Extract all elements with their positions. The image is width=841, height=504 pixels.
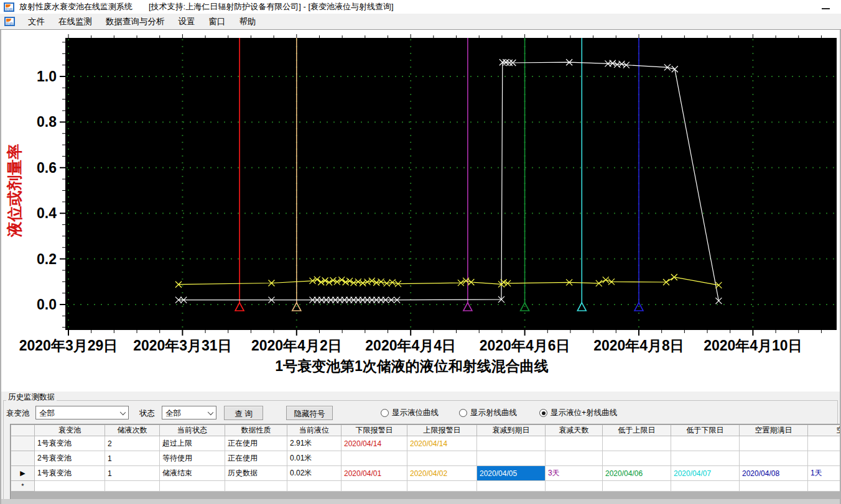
table-cell[interactable]: 2020/04/14 [407, 436, 477, 451]
table-cell[interactable] [808, 436, 840, 451]
column-header-5[interactable]: 下限报警日 [342, 425, 407, 436]
table-cell[interactable]: 2020/04/06 [603, 466, 671, 481]
hide-symbols-button[interactable]: 隐藏符号 [286, 406, 333, 420]
table-cell[interactable]: 2 [105, 436, 160, 451]
current-row-indicator[interactable]: ▶ [11, 466, 35, 481]
row-selector[interactable] [11, 451, 35, 466]
table-cell[interactable] [603, 451, 671, 466]
svg-text:2020年4月10日: 2020年4月10日 [704, 337, 802, 354]
selected-cell[interactable]: 2020/04/05 [477, 466, 546, 481]
table-cell[interactable]: 0.02米 [287, 466, 342, 481]
column-header-1[interactable]: 储液次数 [105, 425, 160, 436]
svg-text:0.2: 0.2 [37, 251, 57, 267]
table-cell[interactable]: 2.91米 [287, 436, 342, 451]
table-cell[interactable]: 2020/04/02 [407, 466, 477, 481]
status-filter-value: 全部 [165, 409, 181, 418]
table-cell[interactable]: 2020/04/08 [740, 466, 808, 481]
column-header-12[interactable]: 空置天数 [808, 425, 840, 436]
table-cell[interactable] [160, 481, 225, 492]
menu-item-1[interactable]: 在线监测 [52, 17, 99, 26]
query-button[interactable]: 查 询 [224, 406, 263, 420]
table-cell[interactable] [342, 451, 407, 466]
new-row-indicator[interactable]: * [11, 481, 35, 492]
table-cell[interactable] [603, 481, 671, 492]
app-logo-icon [4, 2, 14, 12]
table-cell[interactable] [603, 436, 671, 451]
menu-item-5[interactable]: 帮助 [233, 17, 263, 26]
radio-curve-mode-1[interactable]: 显示射线曲线 [459, 408, 517, 418]
table-cell[interactable]: 1 [105, 466, 160, 481]
table-cell[interactable]: 储液结束 [160, 466, 225, 481]
table-cell[interactable]: 等待使用 [160, 451, 225, 466]
table-cell[interactable] [808, 451, 840, 466]
table-cell[interactable]: 2020/04/07 [671, 466, 740, 481]
y-axis-label: 液位或剂量率 [6, 144, 23, 238]
pool-filter-select[interactable]: 全部 [35, 406, 129, 419]
column-header-6[interactable]: 上限报警日 [407, 425, 477, 436]
table-cell[interactable] [407, 451, 477, 466]
table-cell[interactable] [477, 451, 546, 466]
window-bottom-border [1, 499, 840, 504]
table-cell[interactable] [546, 436, 603, 451]
table-cell[interactable] [740, 436, 808, 451]
column-header-4[interactable]: 当前液位 [287, 425, 342, 436]
table-cell[interactable] [105, 481, 160, 492]
column-header-11[interactable]: 空置期满日 [740, 425, 808, 436]
table-cell[interactable] [671, 436, 740, 451]
table-cell[interactable]: 3天 [546, 466, 603, 481]
minimize-icon[interactable] [822, 3, 830, 9]
column-header-2[interactable]: 当前状态 [160, 425, 225, 436]
table-cell[interactable] [342, 481, 407, 492]
column-header-7[interactable]: 衰减到期日 [477, 425, 546, 436]
radio-label: 显示液位+射线曲线 [551, 408, 617, 418]
svg-text:2020年4月4日: 2020年4月4日 [365, 337, 456, 354]
table-cell[interactable] [477, 436, 546, 451]
table-cell[interactable]: 1号衰变池 [35, 466, 105, 481]
table-cell[interactable]: 2020/04/01 [342, 466, 407, 481]
column-header-10[interactable]: 低于下限日 [671, 425, 740, 436]
table-cell[interactable] [225, 481, 287, 492]
plot-area [65, 38, 837, 330]
table-cell[interactable] [671, 481, 740, 492]
table-cell[interactable]: 0.01米 [287, 451, 342, 466]
row-selector-header [11, 425, 35, 436]
column-header-3[interactable]: 数据性质 [225, 425, 287, 436]
table-cell[interactable] [287, 481, 342, 492]
table-cell[interactable]: 正在使用 [225, 451, 287, 466]
table-cell[interactable]: 1号衰变池 [35, 436, 105, 451]
table-cell[interactable]: 正在使用 [225, 436, 287, 451]
pool-filter-value: 全部 [39, 409, 55, 418]
radio-curve-mode-0[interactable]: 显示液位曲线 [381, 408, 439, 418]
table-cell[interactable]: 超过上限 [160, 436, 225, 451]
table-cell[interactable]: 1 [105, 451, 160, 466]
column-header-0[interactable]: 衰变池 [35, 425, 105, 436]
table-cell[interactable]: 2020/04/14 [342, 436, 407, 451]
table-row: ▶1号衰变池1储液结束历史数据0.02米2020/04/012020/04/02… [11, 466, 840, 481]
menu-item-3[interactable]: 设置 [172, 17, 202, 26]
table-cell[interactable] [740, 451, 808, 466]
radio-curve-mode-2[interactable]: 显示液位+射线曲线 [539, 408, 617, 418]
table-cell[interactable] [407, 481, 477, 492]
table-cell[interactable] [740, 481, 808, 492]
column-header-8[interactable]: 衰减天数 [546, 425, 603, 436]
menu-item-4[interactable]: 窗口 [202, 17, 233, 26]
table-cell[interactable]: 历史数据 [225, 466, 287, 481]
history-table: 衰变池储液次数当前状态数据性质当前液位下限报警日上限报警日衰减到期日衰减天数低于… [11, 424, 840, 492]
radio-label: 显示液位曲线 [392, 408, 439, 418]
menu-item-0[interactable]: 文件 [21, 17, 52, 26]
history-groupbox-title: 历史监测数据 [6, 392, 57, 403]
table-cell[interactable]: 1天 [808, 466, 840, 481]
table-cell[interactable] [546, 481, 603, 492]
row-selector[interactable] [11, 436, 35, 451]
radio-label: 显示射线曲线 [470, 408, 517, 418]
table-cell[interactable] [477, 481, 546, 492]
table-cell[interactable] [546, 451, 603, 466]
table-cell[interactable] [35, 481, 105, 492]
table-cell[interactable] [671, 451, 740, 466]
status-filter-select[interactable]: 全部 [162, 406, 216, 419]
column-header-9[interactable]: 低于上限日 [603, 425, 671, 436]
table-cell[interactable] [808, 481, 840, 492]
svg-text:0.4: 0.4 [37, 205, 57, 221]
menu-item-2[interactable]: 数据查询与分析 [99, 17, 172, 26]
table-cell[interactable]: 2号衰变池 [35, 451, 105, 466]
